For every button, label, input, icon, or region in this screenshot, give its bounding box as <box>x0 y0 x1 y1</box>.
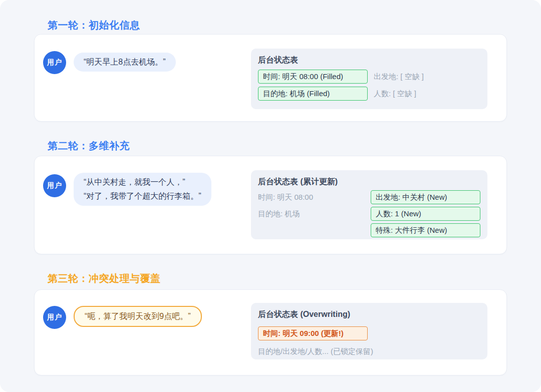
round3-user-bubble: “呃，算了我明天改到9点吧。” <box>74 306 202 327</box>
round1-state-panel: 后台状态表 时间: 明天 08:00 (Filled) 出发地: [ 空缺 ] … <box>251 49 487 109</box>
slot-destination-filled: 目的地: 机场 (Filled) <box>258 87 368 101</box>
user-avatar-label: 用户 <box>47 58 62 67</box>
slot-origin-empty: 出发地: [ 空缺 ] <box>374 72 480 82</box>
bubble-line: “明天早上8点去机场。” <box>84 55 166 69</box>
round1-panel-title: 后台状态表 <box>258 55 480 66</box>
user-avatar-label: 用户 <box>47 313 62 322</box>
round2-slot-columns: 时间: 明天 08:00 目的地: 机场 出发地: 中关村 (New) 人数: … <box>258 190 480 240</box>
user-avatar-label: 用户 <box>47 181 62 190</box>
round2-title: 第二轮：多维补充 <box>48 140 130 152</box>
slot-time-existing: 时间: 明天 08:00 <box>258 190 371 204</box>
locked-slots-note: 目的地/出发地/人数... (已锁定保留) <box>258 347 480 356</box>
round2-state-panel: 后台状态表 (累计更新) 时间: 明天 08:00 目的地: 机场 出发地: 中… <box>251 170 487 239</box>
slot-special-new: 特殊: 大件行李 (New) <box>371 223 480 237</box>
round1-title: 第一轮：初始化信息 <box>48 19 140 31</box>
bubble-line: “从中关村走，就我一个人，” <box>84 175 201 189</box>
round2-user-bubble: “从中关村走，就我一个人，” “对了，我带了个超大的行李箱。” <box>74 173 211 206</box>
round3-title: 第三轮：冲突处理与覆盖 <box>48 272 161 284</box>
user-avatar: 用户 <box>43 306 66 329</box>
dialog-state-diagram: 第一轮：初始化信息 用户 “明天早上8点去机场。” 后台状态表 时间: 明天 0… <box>0 0 541 392</box>
slot-origin-new: 出发地: 中关村 (New) <box>371 190 480 204</box>
round2-panel-title: 后台状态表 (累计更新) <box>258 176 480 187</box>
user-avatar: 用户 <box>43 174 66 197</box>
slot-destination-existing: 目的地: 机场 <box>258 207 371 221</box>
slot-passengers-new: 人数: 1 (New) <box>371 207 480 221</box>
round3-state-panel: 后台状态表 (Overwriting) 时间: 明天 09:00 (更新!) 目… <box>251 303 487 359</box>
bubble-line: “对了，我带了个超大的行李箱。” <box>84 189 201 203</box>
round3-card: 用户 “呃，算了我明天改到9点吧。” 后台状态表 (Overwriting) 时… <box>34 289 507 375</box>
bubble-line: “呃，算了我明天改到9点吧。” <box>85 309 191 323</box>
round2-card: 用户 “从中关村走，就我一个人，” “对了，我带了个超大的行李箱。” 后台状态表… <box>34 156 507 254</box>
round1-slot-grid: 时间: 明天 08:00 (Filled) 出发地: [ 空缺 ] 目的地: 机… <box>258 70 480 101</box>
round3-slot-stack: 时间: 明天 09:00 (更新!) 目的地/出发地/人数... (已锁定保留) <box>258 326 480 356</box>
round2-new-slots: 出发地: 中关村 (New) 人数: 1 (New) 特殊: 大件行李 (New… <box>371 190 480 240</box>
user-avatar: 用户 <box>43 51 66 74</box>
round1-user-bubble: “明天早上8点去机场。” <box>74 53 176 72</box>
round3-panel-title: 后台状态表 (Overwriting) <box>258 309 480 320</box>
slot-passengers-empty: 人数: [ 空缺 ] <box>374 89 480 99</box>
slot-time-updated: 时间: 明天 09:00 (更新!) <box>258 326 368 340</box>
round1-card: 用户 “明天早上8点去机场。” 后台状态表 时间: 明天 08:00 (Fill… <box>34 34 507 122</box>
round2-existing-slots: 时间: 明天 08:00 目的地: 机场 <box>258 190 371 240</box>
slot-time-filled: 时间: 明天 08:00 (Filled) <box>258 70 368 84</box>
